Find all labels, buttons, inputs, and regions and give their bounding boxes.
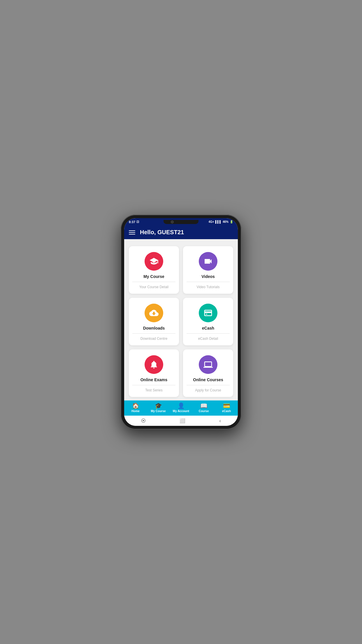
back-button[interactable]: ‹ [219,418,221,424]
card-online-courses[interactable]: Online Courses Apply for Course [183,349,233,397]
hamburger-line-2 [129,232,135,233]
videos-icon-circle [199,252,217,271]
svg-point-6 [153,366,154,367]
svg-point-4 [155,363,156,364]
card-ecash[interactable]: eCash eCash Detail [183,298,233,345]
downloads-title: Downloads [143,326,165,330]
nav-course-label: Course [199,410,209,413]
downloads-divider [132,333,175,334]
my-course-icon-circle [145,252,163,271]
ecash-icon-circle [199,304,217,322]
card-downloads[interactable]: Downloads Download Centre [129,298,179,345]
card-online-exams[interactable]: Online Exams Test Series [129,349,179,397]
recent-apps-button[interactable]: ⦿ [141,418,146,424]
svg-point-3 [153,362,154,363]
online-exams-title: Online Exams [140,377,168,382]
hamburger-line-3 [129,234,135,235]
online-exams-divider [132,385,175,385]
online-courses-divider [187,385,230,385]
svg-point-8 [151,363,153,364]
network-label: 4G+ [209,220,214,223]
flower-icon [149,360,159,369]
svg-point-7 [151,365,153,366]
nav-ecash[interactable]: 💳 eCash [215,403,238,413]
usb-icon: ⊡ [136,220,139,224]
top-bar: Hello, GUEST21 [124,225,238,239]
online-courses-icon-circle [199,355,217,374]
downloads-icon-circle [145,304,163,322]
videos-divider [187,282,230,282]
graduation-cap-icon [149,257,159,266]
card-my-course[interactable]: My Course Your Course Detail [129,246,179,294]
nav-my-course-icon: 🎓 [155,403,162,409]
nav-course[interactable]: 📖 Course [192,403,215,413]
my-course-divider [132,282,175,282]
bottom-nav: 🏠 Home 🎓 My Course 👤 My Account 📖 Course… [124,400,238,416]
nav-my-account-icon: 👤 [178,403,185,409]
android-nav-bar: ⦿ ⬜ ‹ [124,416,238,426]
svg-rect-1 [206,314,207,315]
svg-point-5 [155,365,156,366]
nav-home[interactable]: 🏠 Home [124,403,147,413]
phone-screen: 8:37 ⊡ 4G+ ▌▌▌ 46% 🔋 Hello, GUEST21 [124,218,238,426]
videos-subtitle: Video Tutorials [196,285,219,289]
card-videos[interactable]: Videos Video Tutorials [183,246,233,294]
status-right: 4G+ ▌▌▌ 46% 🔋 [209,220,233,223]
nav-course-icon: 📖 [200,403,208,409]
nav-my-course-label: My Course [151,410,166,413]
my-course-title: My Course [143,274,164,279]
nav-my-account-label: My Account [173,410,189,413]
nav-home-label: Home [131,410,140,413]
ecash-icon [203,308,213,318]
home-button[interactable]: ⬜ [180,418,185,424]
online-exams-icon-circle [145,355,163,374]
menu-button[interactable] [129,230,135,235]
ecash-divider [187,333,230,334]
videos-title: Videos [201,274,215,279]
online-courses-title: Online Courses [193,377,223,382]
nav-ecash-label: eCash [222,410,231,413]
my-course-subtitle: Your Course Detail [139,285,168,289]
video-camera-icon [203,257,213,266]
home-icon: 🏠 [132,403,139,409]
time-display: 8:37 [129,220,135,224]
hamburger-line-1 [129,230,135,231]
ecash-subtitle: eCash Detail [198,337,218,341]
battery-display: 46% [223,220,229,223]
svg-point-2 [153,363,155,366]
phone-device: 8:37 ⊡ 4G+ ▌▌▌ 46% 🔋 Hello, GUEST21 [121,215,241,429]
download-icon [149,308,159,318]
nav-my-account[interactable]: 👤 My Account [170,403,192,413]
online-courses-subtitle: Apply for Course [195,388,221,392]
online-exams-subtitle: Test Series [145,388,162,392]
phone-camera [171,220,174,223]
status-left: 8:37 ⊡ [129,220,139,224]
card-grid: My Course Your Course Detail Videos Vide… [129,246,233,397]
ecash-title: eCash [202,326,214,330]
nav-my-course[interactable]: 🎓 My Course [147,403,170,413]
nav-ecash-icon: 💳 [223,403,230,409]
signal-bars: ▌▌▌ [215,220,222,223]
main-content: My Course Your Course Detail Videos Vide… [124,239,238,400]
battery-icon: 🔋 [230,220,233,223]
downloads-subtitle: Download Centre [140,337,168,341]
phone-notch [164,220,198,224]
laptop-icon [203,360,213,369]
page-title: Hello, GUEST21 [140,229,184,236]
